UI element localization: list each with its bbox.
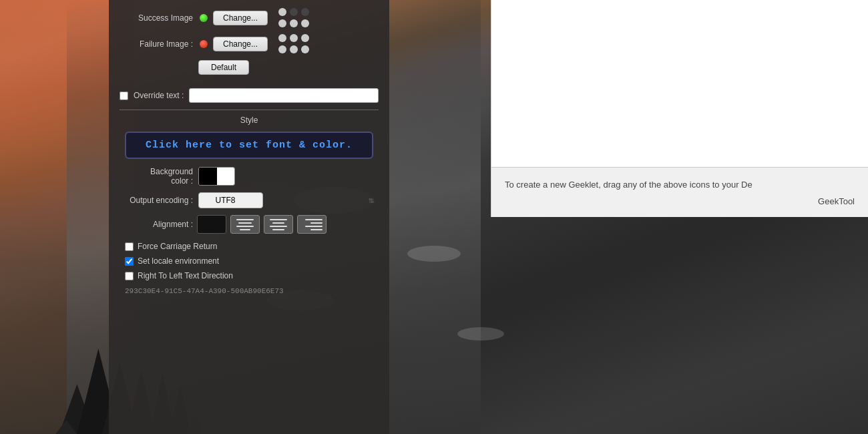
success-dot-grid <box>278 8 309 27</box>
override-text-row: Override text : <box>120 88 379 103</box>
encoding-select-wrapper: UTF8 ASCII ISO-8859-1 ⇅ <box>198 192 379 208</box>
cline4 <box>272 229 284 230</box>
fdot-5 <box>290 45 298 53</box>
swatch-black <box>199 168 217 185</box>
failure-image-row: Failure Image : Change... <box>120 34 379 53</box>
failure-image-change-button[interactable]: Change... <box>213 37 268 51</box>
style-divider <box>120 110 379 110</box>
uuid-text: 293C30E4-91C5-47A4-A390-500AB90E6E73 <box>120 287 379 295</box>
rtl-text-checkbox[interactable] <box>125 272 134 280</box>
set-locale-row: Set locale environment <box>120 256 379 266</box>
line3 <box>236 226 254 227</box>
geektool-info-text: To create a new Geeklet, drag any of the… <box>505 178 855 192</box>
dot-1 <box>278 8 286 16</box>
fdot-4 <box>278 45 286 53</box>
override-text-label: Override text : <box>134 91 184 100</box>
default-button-row: Default <box>120 60 379 81</box>
bg-color-row: Background color : <box>120 167 379 186</box>
output-encoding-row: Output encoding : UTF8 ASCII ISO-8859-1 … <box>120 192 379 208</box>
align-center-button[interactable] <box>264 215 293 234</box>
success-status-dot <box>200 14 208 22</box>
dot-2 <box>290 8 298 16</box>
align-right-icon <box>298 219 326 230</box>
font-color-button[interactable]: Click here to set font & color. <box>125 132 373 159</box>
dot-5 <box>290 19 298 27</box>
align-right-button[interactable] <box>297 215 327 234</box>
bg-color-swatch[interactable] <box>198 167 235 186</box>
rline2 <box>310 222 322 224</box>
rline1 <box>305 219 322 220</box>
override-text-input[interactable] <box>189 88 379 103</box>
settings-panel: Success Image Change... Failure Image : … <box>109 0 389 434</box>
rline3 <box>305 226 322 227</box>
fdot-2 <box>290 34 298 42</box>
align-left-icon <box>231 219 259 230</box>
fdot-6 <box>301 45 309 53</box>
set-locale-checkbox[interactable] <box>125 257 134 266</box>
geektool-top-area <box>491 0 868 168</box>
geektool-brand: GeekTool <box>505 196 855 206</box>
encoding-select[interactable]: UTF8 ASCII ISO-8859-1 <box>198 192 263 208</box>
rtl-text-label: Right To Left Text Direction <box>138 271 233 280</box>
success-image-label: Success Image <box>120 13 193 23</box>
dot-3 <box>301 8 309 16</box>
svg-point-15 <box>407 246 461 262</box>
line2 <box>238 222 251 224</box>
alignment-label: Alignment : <box>120 220 193 229</box>
force-carriage-return-checkbox[interactable] <box>125 242 134 251</box>
failure-dot-grid <box>278 34 309 53</box>
fdot-1 <box>278 34 286 42</box>
swatch-white <box>217 168 235 185</box>
failure-image-label: Failure Image : <box>120 39 193 49</box>
cline1 <box>270 219 287 220</box>
override-text-checkbox[interactable] <box>120 91 128 100</box>
dot-4 <box>278 19 286 27</box>
dot-6 <box>301 19 309 27</box>
line1 <box>236 219 254 220</box>
force-carriage-return-row: Force Carriage Return <box>120 242 379 251</box>
alignment-color-swatch[interactable] <box>197 215 226 234</box>
style-section-label: Style <box>120 116 379 125</box>
alignment-row: Alignment : <box>120 215 379 234</box>
success-image-row: Success Image Change... <box>120 8 379 27</box>
cline2 <box>272 222 284 224</box>
align-center-icon <box>264 219 292 230</box>
svg-point-17 <box>457 327 504 341</box>
select-chevron-icon: ⇅ <box>368 197 373 204</box>
cline3 <box>270 226 287 227</box>
geektool-info-panel: To create a new Geeklet, drag any of the… <box>491 0 868 217</box>
rtl-text-row: Right To Left Text Direction <box>120 271 379 280</box>
output-encoding-label: Output encoding : <box>120 196 193 205</box>
fdot-3 <box>301 34 309 42</box>
force-carriage-return-label: Force Carriage Return <box>138 242 217 251</box>
line4 <box>240 229 250 230</box>
geektool-bottom-area: To create a new Geeklet, drag any of the… <box>491 168 868 218</box>
success-image-change-button[interactable]: Change... <box>213 11 268 25</box>
align-left-button[interactable] <box>230 215 260 234</box>
rline4 <box>310 229 322 230</box>
failure-status-dot <box>200 40 208 48</box>
set-locale-label: Set locale environment <box>138 256 219 266</box>
bg-color-label: Background color : <box>120 167 193 186</box>
default-button[interactable]: Default <box>198 60 249 75</box>
